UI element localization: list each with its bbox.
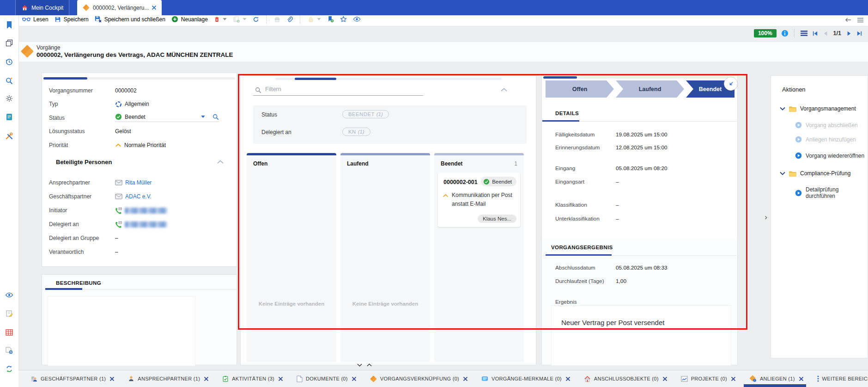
bottom-tab[interactable]: GESCHÄFTSPARTNER (1) [30,375,114,382]
action-item[interactable]: Vorgang wiedereröffnen [795,152,864,159]
close-icon[interactable] [731,377,735,381]
chevron-down-icon[interactable] [223,18,227,20]
save-button[interactable]: Speichern [55,16,89,23]
watch-button[interactable] [353,17,361,22]
field-label: Ansprechpartner [49,179,115,186]
window-menu-icon[interactable] [857,17,863,23]
projects-icon [681,376,688,382]
board-scrollbar-thumb[interactable] [295,78,336,80]
email-icon [115,180,122,185]
chevron-down-icon[interactable] [317,18,321,20]
field-value-text: – [115,249,118,255]
gear-icon[interactable] [6,95,13,102]
priority-normal-icon [443,193,449,197]
form-field-row: GeschäftspartnerADAC e.V. [49,190,230,203]
details-scrollbar-thumb[interactable] [543,76,577,79]
table-red-icon[interactable] [6,329,13,336]
collapse-corner-button[interactable] [724,77,738,91]
info-icon[interactable] [781,30,789,37]
attachment-button[interactable] [286,16,293,23]
field-value-text[interactable]: ADAC e.V. [125,193,152,200]
zoom-badge[interactable]: 100% [754,29,777,37]
bottom-tab[interactable]: WEITERE BEREICHE [817,375,868,382]
description-textarea[interactable] [48,296,195,366]
business-partner-icon [30,375,37,382]
watch-star-icon[interactable] [6,292,13,298]
read-button[interactable]: Lesen [22,16,49,23]
close-icon[interactable] [663,377,667,381]
bookmark-add-button[interactable] [327,16,334,23]
bottom-tab[interactable]: DOKUMENTE (0) [297,375,356,382]
close-icon[interactable] [152,6,156,10]
chevron-down-icon[interactable] [780,172,785,175]
kanban-empty-text: Keine Einträge vorhanden [340,301,430,307]
stepper-step-laufend[interactable]: Laufend [616,80,684,98]
close-icon[interactable] [352,377,356,381]
ergebnis-textbox[interactable]: Neuer Vertrag per Post versendet [551,305,731,366]
form-field-row: Delegiert an Gruppe– [49,231,230,245]
bottom-tab[interactable]: VORGANGSVERKNÜPFUNG (0) [370,375,467,382]
history-icon[interactable] [6,58,13,66]
filter-chip[interactable]: KN(1) [342,128,370,136]
chevron-down-icon[interactable] [780,107,785,111]
close-icon[interactable] [110,377,114,381]
nav-last-icon[interactable] [856,31,862,37]
tab-beschreibung[interactable]: BESCHREIBUNG [56,280,101,286]
windows-icon[interactable] [6,39,13,47]
back-arrow-icon[interactable] [845,17,852,23]
chevron-down-icon[interactable] [243,18,247,20]
action-item[interactable]: Detailprüfung durchführen [795,186,868,199]
app-tab-record[interactable]: 0000002, Verlängeru... [77,0,162,15]
bottom-tab[interactable]: PROJEKTE (0) [681,376,735,382]
list-menu-icon[interactable] [801,31,807,36]
chevron-down-icon[interactable] [201,116,205,118]
close-icon[interactable] [799,377,803,381]
action-group[interactable]: Vorgangsmanagement [780,105,856,112]
action-group[interactable]: Compliance-Prüfung [780,170,850,177]
print-icon [274,16,280,23]
close-icon[interactable] [566,377,570,381]
bottom-tab[interactable]: ANSPRECHPARTNER (1) [128,375,208,382]
stepper-step-offen[interactable]: Offen [546,80,614,98]
attachment-icon [286,16,293,23]
bottom-tab[interactable]: AKTIVITÄTEN (3) [222,375,283,382]
nav-first-icon[interactable] [812,31,818,37]
bottom-tab[interactable]: ANLIEGEN (1) [749,375,803,382]
lookup-icon[interactable] [212,114,219,120]
favorite-button[interactable] [340,16,347,23]
tools-icon[interactable] [6,132,13,140]
refresh-button[interactable] [253,16,259,23]
issue-card[interactable]: 0000002-001 Beendet Kommunikation per Po… [438,172,520,227]
close-icon[interactable] [204,377,208,381]
filter-chip[interactable]: BEENDET(1) [342,110,389,118]
doc-gear-icon[interactable] [6,347,13,354]
close-icon[interactable] [279,377,283,381]
field-value[interactable]: Beendet [115,113,219,122]
sync-icon[interactable] [6,365,13,373]
collapse-chevron-icon[interactable] [217,160,224,164]
bottom-tab[interactable]: ANSCHLUSSOBJEKTE (0) [584,375,667,382]
notes-icon[interactable] [6,310,13,317]
report-icon[interactable] [6,113,12,121]
search-star-icon[interactable] [6,77,13,84]
new-record-button[interactable]: Neuanlage [171,16,208,23]
expand-up-icon[interactable] [367,363,372,367]
delete-button[interactable] [214,16,227,23]
filter-input[interactable] [253,84,423,96]
connected-object-icon [584,375,591,382]
form-scrollbar-thumb[interactable] [43,77,87,80]
collapse-down-icon[interactable] [357,363,362,367]
issue-diamond-icon [749,375,757,382]
field-value-text[interactable]: Rita Müller [125,179,152,186]
nav-next-icon[interactable] [846,31,852,37]
save-close-button[interactable]: Speichern und schließen [95,16,165,23]
active-tab-indicator [542,120,579,122]
nav-prev-icon[interactable] [823,31,829,37]
app-tab-cockpit[interactable]: Mein Cockpit [15,0,69,15]
filter-chip-count: (1) [376,111,383,117]
collapse-chevron-icon[interactable] [501,88,507,92]
panel-expander[interactable]: › [762,212,770,224]
bottom-tab[interactable]: VORGÄNGE-MERKMALE (0) [481,376,570,381]
bookmark-icon[interactable] [6,21,12,29]
close-icon[interactable] [463,377,467,381]
